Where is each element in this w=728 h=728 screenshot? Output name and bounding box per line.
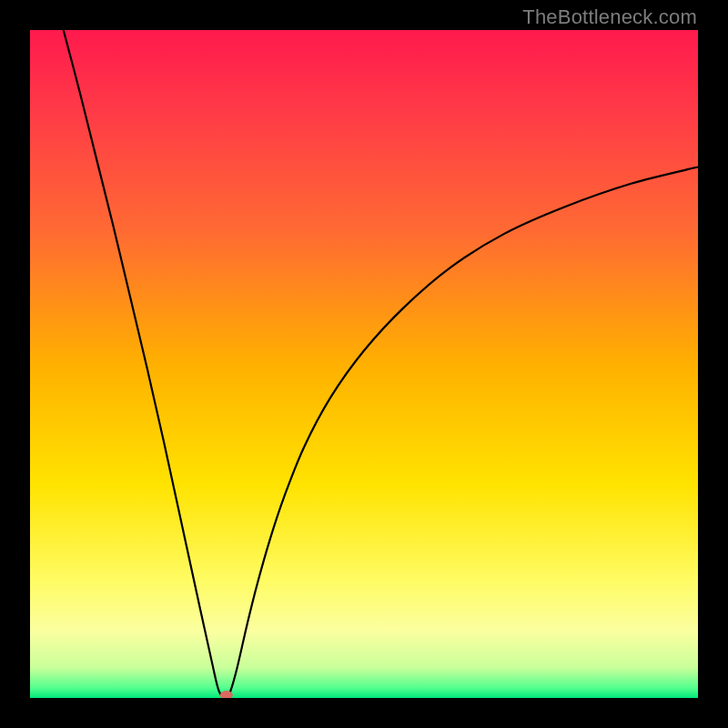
watermark-label: TheBottleneck.com bbox=[522, 5, 697, 29]
bottleneck-curve bbox=[30, 30, 698, 698]
chart-frame: TheBottleneck.com bbox=[0, 0, 728, 728]
plot-area bbox=[30, 30, 698, 698]
